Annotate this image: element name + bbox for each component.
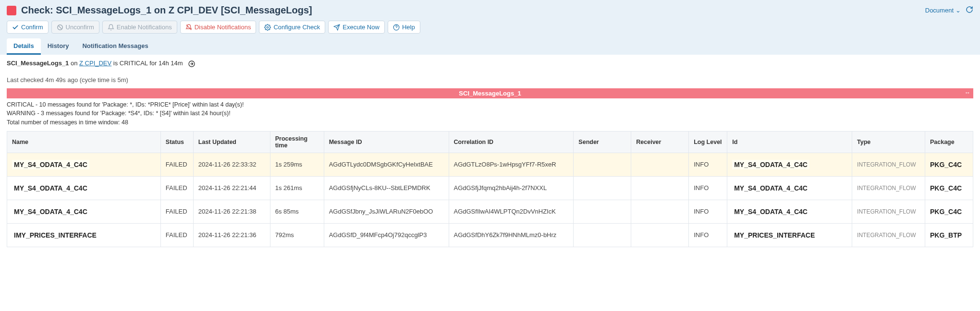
col-receiver[interactable]: Receiver [631, 131, 689, 153]
title-row: Check: SCI_MessageLogs_1 on Z CPI_DEV [S… [7, 5, 973, 21]
section-title: SCI_MessageLogs_1 [459, 90, 521, 97]
col-sender[interactable]: Sender [574, 131, 631, 153]
table-body: MY_S4_ODATA_4_C4CFAILED2024-11-26 22:33:… [7, 153, 973, 247]
cell-id: MY_S4_ODATA_4_C4C [727, 200, 852, 223]
cell-log-level: INFO [689, 176, 727, 200]
target-icon[interactable] [188, 60, 196, 68]
col-last-updated[interactable]: Last Updated [193, 131, 270, 153]
cell-receiver [631, 176, 689, 200]
refresh-icon[interactable] [966, 6, 973, 15]
configure-check-button[interactable]: Configure Check [259, 21, 325, 34]
system-link[interactable]: Z CPI_DEV [79, 60, 111, 67]
col-correlation-id[interactable]: Correlation ID [449, 131, 574, 153]
help-icon [393, 24, 400, 31]
alert-line-total: Total number of messages in time window:… [7, 118, 973, 127]
chevron-down-icon: ⌄ [956, 7, 961, 14]
cell-correlation-id: AGdGSfIlwAI4WLPTQn2DvVnHZIcK [449, 200, 574, 223]
table-row[interactable]: MY_S4_ODATA_4_C4CFAILED2024-11-26 22:21:… [7, 200, 973, 223]
col-type[interactable]: Type [852, 131, 925, 153]
check-icon [12, 24, 19, 31]
play-icon [333, 24, 340, 31]
cell-package: PKG_C4C [925, 153, 973, 176]
btn-label: Disable Notifications [195, 24, 251, 31]
cell-type: INTEGRATION_FLOW [852, 200, 925, 223]
section-header: SCI_MessageLogs_1 ↔ [7, 88, 973, 98]
cell-name: MY_S4_ODATA_4_C4C [7, 200, 161, 223]
cell-last-updated: 2024-11-26 22:21:36 [193, 223, 270, 247]
btn-label: Execute Now [343, 24, 380, 31]
document-dropdown[interactable]: Document ⌄ [925, 7, 961, 14]
collapse-arrow-icon[interactable]: ↔ [965, 89, 970, 96]
cell-id: MY_PRICES_INTERFACE [727, 223, 852, 247]
page-title: Check: SCI_MessageLogs_1 on Z CPI_DEV [S… [21, 5, 312, 16]
cell-log-level: INFO [689, 200, 727, 223]
alerts-block: CRITICAL - 10 messages found for 'Packag… [7, 98, 973, 131]
title-left: Check: SCI_MessageLogs_1 on Z CPI_DEV [S… [7, 5, 312, 16]
messages-table: Name Status Last Updated Processing time… [7, 131, 973, 247]
cell-receiver [631, 153, 689, 176]
cell-package: PKG_C4C [925, 176, 973, 200]
table-row[interactable]: MY_S4_ODATA_4_C4CFAILED2024-11-26 22:21:… [7, 176, 973, 200]
gear-icon [264, 24, 271, 31]
cell-status: FAILED [160, 153, 193, 176]
cell-package: PKG_BTP [925, 223, 973, 247]
cell-message-id: AGdGSfJbny_JsJiWLARuN2F0ebOO [324, 200, 449, 223]
status-line: SCI_MessageLogs_1 on Z CPI_DEV is CRITIC… [7, 60, 973, 68]
document-label: Document [925, 7, 954, 14]
cell-last-updated: 2024-11-26 22:21:44 [193, 176, 270, 200]
content-area: SCI_MessageLogs_1 on Z CPI_DEV is CRITIC… [0, 55, 980, 252]
execute-now-button[interactable]: Execute Now [328, 21, 385, 34]
cell-processing-time: 792ms [270, 223, 324, 247]
tab-history[interactable]: History [41, 38, 76, 55]
cell-correlation-id: AGdGSfDhY6Zk7f9HNhMLmz0-bHrz [449, 223, 574, 247]
tab-notification-messages[interactable]: Notification Messages [75, 38, 155, 55]
cell-sender [574, 176, 631, 200]
cell-message-id: AGdGSfjNyCLs-8KU--SbtLEPMDRK [324, 176, 449, 200]
tab-details[interactable]: Details [7, 38, 41, 55]
cell-last-updated: 2024-11-26 22:21:38 [193, 200, 270, 223]
col-id[interactable]: Id [727, 131, 852, 153]
cell-sender [574, 153, 631, 176]
svg-point-3 [267, 26, 269, 28]
table-row[interactable]: MY_S4_ODATA_4_C4CFAILED2024-11-26 22:33:… [7, 153, 973, 176]
col-processing-time[interactable]: Processing time [270, 131, 324, 153]
cell-type: INTEGRATION_FLOW [852, 176, 925, 200]
toolbar: Confirm Unconfirm Enable Notifications D… [7, 21, 973, 38]
unconfirm-button: Unconfirm [51, 21, 99, 34]
col-package[interactable]: Package [925, 131, 973, 153]
btn-label: Help [402, 24, 415, 31]
cell-log-level: INFO [689, 153, 727, 176]
tabs: Details History Notification Messages [7, 38, 973, 55]
bell-icon [108, 24, 114, 31]
cell-id: MY_S4_ODATA_4_C4C [727, 176, 852, 200]
cycle-line: Last checked 4m 49s ago (cycle time is 5… [7, 76, 973, 84]
btn-label: Configure Check [273, 24, 320, 31]
cell-correlation-id: AGdGTLzO8Ps-1wHpsgYFf7-R5xeR [449, 153, 574, 176]
cell-type: INTEGRATION_FLOW [852, 153, 925, 176]
disable-notifications-button[interactable]: Disable Notifications [180, 21, 257, 34]
alert-line-warning: WARNING - 3 messages found for 'Package:… [7, 109, 973, 118]
table-row[interactable]: IMY_PRICES_INTERFACEFAILED2024-11-26 22:… [7, 223, 973, 247]
cell-status: FAILED [160, 176, 193, 200]
cell-processing-time: 6s 85ms [270, 200, 324, 223]
title-right: Document ⌄ [925, 6, 973, 15]
cancel-icon [57, 24, 63, 31]
cell-package: PKG_C4C [925, 200, 973, 223]
status-indicator [7, 6, 16, 15]
help-button[interactable]: Help [388, 21, 420, 34]
cell-name: MY_S4_ODATA_4_C4C [7, 176, 161, 200]
cell-log-level: INFO [689, 223, 727, 247]
cell-processing-time: 1s 261ms [270, 176, 324, 200]
svg-line-1 [58, 25, 61, 29]
confirm-button[interactable]: Confirm [7, 21, 49, 34]
cell-sender [574, 223, 631, 247]
btn-label: Confirm [21, 24, 43, 31]
col-name[interactable]: Name [7, 131, 161, 153]
cell-last-updated: 2024-11-26 22:33:32 [193, 153, 270, 176]
btn-label: Unconfirm [66, 24, 94, 31]
col-status[interactable]: Status [160, 131, 193, 153]
cell-correlation-id: AGdGSfjJfqmq2hbAij4h-2f7NXXL [449, 176, 574, 200]
col-log-level[interactable]: Log Level [689, 131, 727, 153]
col-message-id[interactable]: Message ID [324, 131, 449, 153]
page-header: Check: SCI_MessageLogs_1 on Z CPI_DEV [S… [0, 0, 980, 55]
